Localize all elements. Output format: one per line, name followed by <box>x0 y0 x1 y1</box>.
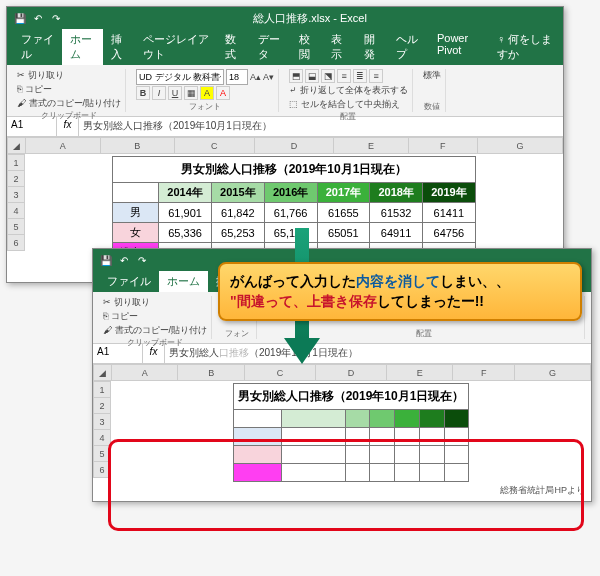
cell: 61655 <box>317 203 370 223</box>
row-header[interactable]: 5 <box>8 219 25 235</box>
col-header[interactable]: B <box>178 365 244 381</box>
copy-button[interactable]: ⎘ コピー <box>103 310 207 323</box>
table-title: 男女別総人口推移（2019年10月1日現在） <box>113 157 476 183</box>
group-label: フォン <box>222 328 252 339</box>
underline-icon[interactable]: U <box>168 86 182 100</box>
row-header[interactable]: 2 <box>94 398 111 414</box>
tab-insert[interactable]: 挿入 <box>103 29 136 65</box>
increase-font-icon[interactable]: A▴ <box>250 72 261 82</box>
cut-button[interactable]: ✂ 切り取り <box>103 296 207 309</box>
select-all-cell[interactable]: ◢ <box>94 365 112 381</box>
row-header[interactable]: 3 <box>94 414 111 430</box>
col-header[interactable]: G <box>515 365 591 381</box>
bold-icon[interactable]: B <box>136 86 150 100</box>
font-color-icon[interactable]: A <box>216 86 230 100</box>
tab-home[interactable]: ホーム <box>159 271 208 292</box>
font-name-input[interactable] <box>136 69 224 85</box>
year-header: 2014年 <box>159 183 212 203</box>
name-box[interactable]: A1 <box>7 117 57 136</box>
italic-icon[interactable]: I <box>152 86 166 100</box>
year-header: 2017年 <box>317 183 370 203</box>
empty-cell <box>370 410 395 428</box>
undo-icon[interactable]: ↶ <box>117 253 131 267</box>
cell: 61,766 <box>264 203 317 223</box>
name-box[interactable]: A1 <box>93 344 143 363</box>
undo-icon[interactable]: ↶ <box>31 11 45 25</box>
tab-dev[interactable]: 開発 <box>356 29 389 65</box>
cell: 61,842 <box>211 203 264 223</box>
tab-powerpivot[interactable]: Power Pivot <box>429 29 489 65</box>
col-header[interactable]: E <box>387 365 453 381</box>
empty-cell <box>281 410 345 428</box>
tell-me[interactable]: ♀ 何をしますか <box>489 29 563 65</box>
number-format[interactable]: 標準 <box>423 69 441 82</box>
align-middle-icon[interactable]: ⬓ <box>305 69 319 83</box>
wrap-text-button[interactable]: ⤶ 折り返して全体を表示する <box>289 84 408 97</box>
tab-data[interactable]: データ <box>250 29 291 65</box>
group-clipboard: ✂ 切り取り ⎘ コピー 🖌 書式のコピー/貼り付け クリップボード <box>99 296 212 339</box>
redo-icon[interactable]: ↷ <box>135 253 149 267</box>
group-number: 標準 数値 <box>419 69 446 112</box>
row-header[interactable]: 4 <box>8 203 25 219</box>
col-header[interactable]: D <box>254 138 334 154</box>
tab-help[interactable]: ヘルプ <box>388 29 429 65</box>
tab-formulas[interactable]: 数式 <box>217 29 250 65</box>
copy-button[interactable]: ⎘ コピー <box>17 83 121 96</box>
redo-icon[interactable]: ↷ <box>49 11 63 25</box>
align-top-icon[interactable]: ⬒ <box>289 69 303 83</box>
empty-cell <box>395 410 420 428</box>
merge-center-button[interactable]: ⬚ セルを結合して中央揃え <box>289 98 408 111</box>
row-header[interactable]: 1 <box>8 155 25 171</box>
row-header[interactable]: 2 <box>8 171 25 187</box>
tab-file[interactable]: ファイル <box>99 271 159 292</box>
col-header[interactable]: F <box>408 138 477 154</box>
cut-button[interactable]: ✂ 切り取り <box>17 69 121 82</box>
empty-cell <box>345 410 370 428</box>
font-size-input[interactable] <box>226 69 248 85</box>
table-title: 男女別総人口推移（2019年10月1日現在） <box>233 384 469 410</box>
align-right-icon[interactable]: ≡ <box>369 69 383 83</box>
fill-color-icon[interactable]: A <box>200 86 214 100</box>
group-label: フォント <box>136 101 274 112</box>
row-header[interactable]: 4 <box>94 430 111 446</box>
col-header[interactable]: A <box>26 138 101 154</box>
cell: 64756 <box>423 223 476 243</box>
align-bottom-icon[interactable]: ⬔ <box>321 69 335 83</box>
save-icon[interactable]: 💾 <box>13 11 27 25</box>
cell: 61532 <box>370 203 423 223</box>
fx-icon[interactable]: fx <box>57 117 79 136</box>
formula-bar[interactable]: 男女別総人口推移（2019年10月1日現在） <box>79 117 563 136</box>
row-label-female: 女 <box>113 223 159 243</box>
border-icon[interactable]: ▦ <box>184 86 198 100</box>
col-header[interactable]: F <box>453 365 515 381</box>
align-left-icon[interactable]: ≡ <box>337 69 351 83</box>
col-header[interactable]: D <box>315 365 386 381</box>
fx-icon[interactable]: fx <box>143 344 165 363</box>
paste-format-button[interactable]: 🖌 書式のコピー/貼り付け <box>17 97 121 110</box>
cell: 61411 <box>423 203 476 223</box>
year-header: 2015年 <box>211 183 264 203</box>
select-all-cell[interactable]: ◢ <box>8 138 26 154</box>
col-header[interactable]: A <box>112 365 178 381</box>
tab-view[interactable]: 表示 <box>323 29 356 65</box>
tab-file[interactable]: ファイル <box>13 29 62 65</box>
col-header[interactable]: C <box>175 138 255 154</box>
row-header[interactable]: 3 <box>8 187 25 203</box>
col-header[interactable]: G <box>477 138 562 154</box>
empty-cell <box>419 410 444 428</box>
callout-text: しまい、、 <box>440 273 510 289</box>
tab-home[interactable]: ホーム <box>62 29 103 65</box>
save-icon[interactable]: 💾 <box>99 253 113 267</box>
align-center-icon[interactable]: ≣ <box>353 69 367 83</box>
row-label-male: 男 <box>113 203 159 223</box>
row-header[interactable]: 6 <box>8 235 25 251</box>
col-header[interactable]: B <box>100 138 175 154</box>
col-header[interactable]: E <box>334 138 409 154</box>
tab-layout[interactable]: ページレイアウト <box>135 29 217 65</box>
tab-review[interactable]: 校閲 <box>291 29 324 65</box>
row-header[interactable]: 1 <box>94 382 111 398</box>
formula-bar[interactable]: 男女別総人口推移（2019年10月1日現在） <box>165 344 591 363</box>
excel-window-before: 💾 ↶ ↷ 総人口推移.xlsx - Excel ファイル ホーム 挿入 ページ… <box>6 6 564 283</box>
decrease-font-icon[interactable]: A▾ <box>263 72 274 82</box>
paste-format-button[interactable]: 🖌 書式のコピー/貼り付け <box>103 324 207 337</box>
